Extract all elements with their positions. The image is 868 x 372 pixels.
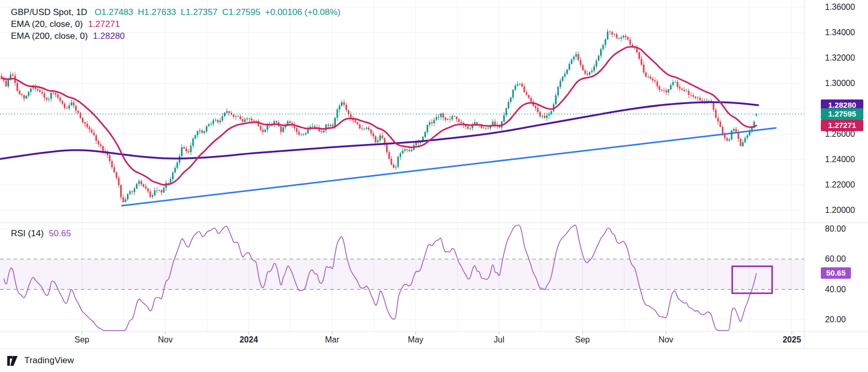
time-axis-label: May bbox=[408, 335, 423, 345]
rsi-axis-label: 20.00 bbox=[825, 314, 846, 325]
symbol-legend-row[interactable]: GBP/USD Spot, 1DO1.27483H1.27633L1.27357… bbox=[11, 7, 345, 18]
time-axis-label: 2024 bbox=[239, 335, 258, 345]
rsi-value: 50.65 bbox=[49, 228, 71, 238]
ema200-value: 1.28280 bbox=[93, 31, 124, 41]
rsi-band bbox=[0, 259, 804, 290]
price-badge: 1.27595 bbox=[821, 108, 863, 120]
ohlc-value: O1.27483 bbox=[94, 7, 133, 17]
ema200-label: EMA (200, close, 0) bbox=[11, 31, 88, 41]
price-axis-label: 1.34000 bbox=[825, 27, 855, 38]
rsi-legend-row[interactable]: RSI (14)50.65 bbox=[11, 228, 71, 239]
symbol-title: GBP/USD Spot, 1D bbox=[11, 7, 87, 17]
time-axis-label: Sep bbox=[75, 335, 89, 345]
ema20-label: EMA (20, close, 0) bbox=[11, 19, 83, 29]
ohlc-value: L1.27357 bbox=[181, 7, 218, 17]
price-axis-label: 1.20000 bbox=[825, 205, 855, 216]
price-axis-label: 1.24000 bbox=[825, 154, 855, 165]
rsi-axis-label: 40.00 bbox=[825, 284, 846, 295]
tradingview-chart-app: GBP/USD Spot, 1DO1.27483H1.27633L1.27357… bbox=[0, 0, 868, 372]
time-axis-label: 2025 bbox=[782, 335, 801, 345]
time-axis-label: Nov bbox=[158, 335, 173, 345]
time-axis-label: Sep bbox=[575, 335, 590, 345]
time-axis-label: Nov bbox=[659, 335, 673, 345]
ohlc-value: H1.27633 bbox=[138, 7, 176, 17]
chart-canvas[interactable] bbox=[0, 0, 868, 372]
ohlc-value: C1.27595 bbox=[222, 7, 261, 17]
price-axis-label: 1.30000 bbox=[825, 78, 855, 89]
tradingview-logo-icon bbox=[7, 356, 20, 366]
price-axis-label: 1.36000 bbox=[825, 2, 855, 12]
rsi-badge: 50.65 bbox=[821, 267, 851, 279]
trendline bbox=[122, 128, 776, 206]
price-badge: 1.27271 bbox=[821, 120, 863, 131]
tradingview-attribution[interactable]: TradingView bbox=[7, 355, 74, 366]
ohlc-value: +0.00106 (+0.08%) bbox=[265, 7, 340, 17]
time-axis-label: Jul bbox=[494, 335, 504, 345]
ema200-line bbox=[0, 102, 758, 159]
rsi-label: RSI (14) bbox=[11, 228, 44, 238]
ohlc-values: O1.27483H1.27633L1.27357C1.27595+0.00106… bbox=[94, 7, 345, 17]
ema20-value: 1.27271 bbox=[88, 19, 120, 29]
price-axis-label: 1.32000 bbox=[825, 53, 855, 63]
rsi-axis-label: 80.00 bbox=[825, 224, 846, 234]
tradingview-brand-text: TradingView bbox=[24, 355, 74, 366]
ema20-legend-row[interactable]: EMA (20, close, 0)1.27271 bbox=[11, 19, 120, 30]
candlestick-series bbox=[1, 29, 758, 203]
time-axis-label: Mar bbox=[325, 335, 339, 345]
rsi-axis-label: 60.00 bbox=[825, 254, 846, 264]
ema200-legend-row[interactable]: EMA (200, close, 0)1.28280 bbox=[11, 31, 125, 41]
price-axis-label: 1.22000 bbox=[825, 180, 855, 190]
